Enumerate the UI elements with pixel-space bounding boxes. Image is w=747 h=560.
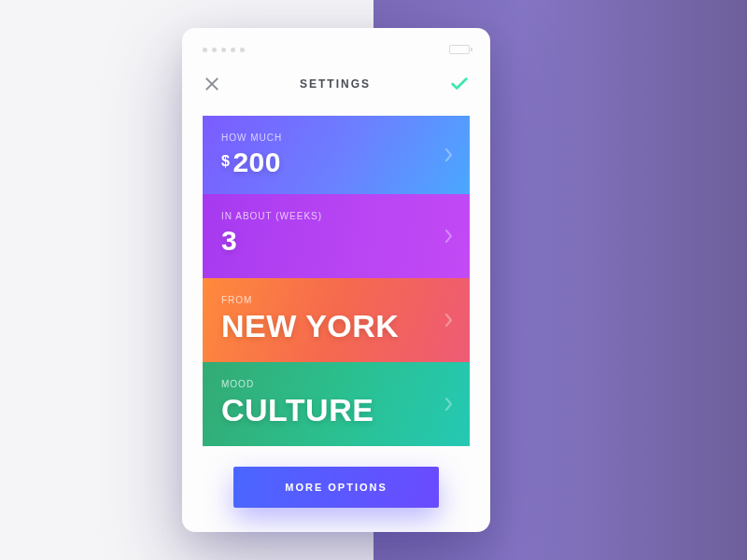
chevron-right-icon (445, 230, 453, 243)
confirm-icon[interactable] (449, 74, 470, 94)
currency-symbol: $ (221, 153, 230, 169)
status-bar (203, 43, 470, 56)
page-title: SETTINGS (300, 77, 371, 91)
card-value: $200 (221, 147, 451, 177)
status-dots (203, 48, 245, 52)
chevron-right-icon (445, 314, 453, 327)
card-in-about[interactable]: IN ABOUT (WEEKS) 3 (203, 194, 470, 278)
chevron-right-icon (445, 148, 453, 161)
battery-icon (449, 45, 470, 54)
more-options-button[interactable]: MORE OPTIONS (233, 467, 439, 508)
card-mood[interactable]: MOOD CULTURE (203, 362, 470, 446)
header: SETTINGS (203, 65, 470, 103)
card-label: IN ABOUT (WEEKS) (221, 211, 451, 221)
card-value: NEW YORK (221, 309, 451, 343)
card-from[interactable]: FROM NEW YORK (203, 278, 470, 362)
card-label: HOW MUCH (221, 133, 451, 143)
amount-value: 200 (233, 147, 281, 177)
settings-cards: HOW MUCH $200 IN ABOUT (WEEKS) 3 FROM NE… (203, 116, 470, 446)
card-how-much[interactable]: HOW MUCH $200 (203, 116, 470, 194)
card-label: FROM (221, 295, 451, 305)
card-label: MOOD (221, 379, 451, 389)
card-value: 3 (221, 225, 451, 256)
card-value: CULTURE (221, 393, 451, 427)
close-icon[interactable] (203, 75, 221, 93)
chevron-right-icon (445, 398, 453, 411)
settings-panel: SETTINGS HOW MUCH $200 IN ABOUT (WEEKS) … (182, 28, 490, 532)
